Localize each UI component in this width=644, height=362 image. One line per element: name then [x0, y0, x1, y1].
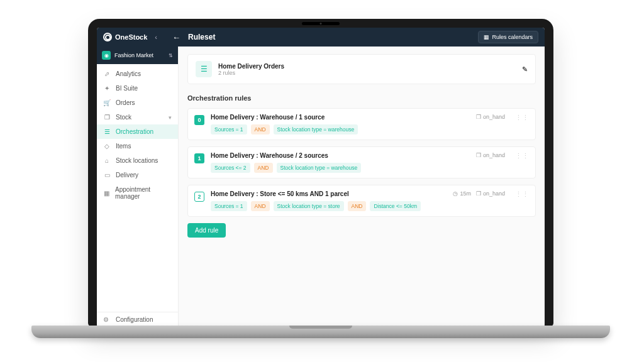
- drag-handle-icon[interactable]: ⋮⋮: [511, 190, 529, 199]
- ruleset-subtitle: 2 rules: [218, 70, 516, 76]
- condition-operator: AND: [254, 163, 273, 173]
- ruleset-title: Home Delivery Orders: [218, 63, 516, 70]
- rule-body: Home Delivery : Store <= 50 kms AND 1 pa…: [211, 190, 447, 211]
- selector-arrows-icon: ⇅: [169, 53, 173, 58]
- calendar-icon: ▦: [103, 190, 110, 197]
- tenant-name: Fashion Market: [114, 52, 165, 58]
- condition-operator: AND: [251, 201, 270, 211]
- sidebar-item-label: Appointment manager: [115, 186, 172, 200]
- rule-body: Home Delivery : Warehouse / 2 sourcesSou…: [211, 152, 470, 173]
- sidebar-item-appointment-manager[interactable]: ▦Appointment manager: [97, 182, 178, 204]
- ruleset-icon: ☰: [196, 61, 212, 77]
- brand-name: OneStock: [115, 33, 147, 41]
- cart-icon: 🛒: [103, 99, 111, 106]
- sidebar-item-label: Orders: [116, 99, 135, 106]
- main-content: ☰ Home Delivery Orders 2 rules ✎ Orchest…: [179, 47, 545, 327]
- meta-text: 15m: [460, 190, 471, 197]
- store-icon: ⌂: [103, 157, 111, 164]
- sidebar-item-orchestration[interactable]: ☰Orchestration: [97, 124, 178, 139]
- sidebar-item-orders[interactable]: 🛒Orders: [97, 96, 178, 110]
- meta-item: ❒on_hand: [476, 114, 505, 120]
- meta-text: on_hand: [483, 114, 505, 120]
- rule-meta: ❒on_hand: [476, 152, 505, 158]
- sidebar-item-label: Stock: [116, 114, 131, 121]
- rule-meta: ◷15m❒on_hand: [453, 190, 505, 197]
- tag-icon: ◇: [103, 143, 111, 150]
- cube-icon: ❒: [476, 152, 481, 158]
- rule-card[interactable]: 2Home Delivery : Store <= 50 kms AND 1 p…: [187, 185, 536, 217]
- sidebar-item-delivery[interactable]: ▭Delivery: [97, 168, 178, 182]
- rule-card[interactable]: 1Home Delivery : Warehouse / 2 sourcesSo…: [187, 146, 536, 178]
- settings-icon: ⚙: [103, 316, 111, 323]
- sidebar-item-bi-suite[interactable]: ✦BI Suite: [97, 81, 178, 96]
- cube-icon: ❒: [476, 190, 481, 197]
- tenant-selector[interactable]: ◉ Fashion Market ⇅: [97, 47, 178, 64]
- condition-tag: Stock location type = warehouse: [277, 163, 362, 173]
- analytics-icon: ⬀: [103, 70, 111, 77]
- rule-card[interactable]: 0Home Delivery : Warehouse / 1 sourceSou…: [187, 108, 536, 140]
- rules-calendars-label: Rules calendars: [492, 34, 533, 40]
- rule-conditions: Sources = 1ANDStock location type = stor…: [211, 201, 447, 211]
- rule-index: 2: [194, 192, 204, 202]
- condition-tag: Distance <= 50km: [370, 201, 421, 211]
- sidebar-item-analytics[interactable]: ⬀Analytics: [97, 67, 178, 81]
- sidebar-item-label: Stock locations: [116, 157, 158, 164]
- sidebar: ◉ Fashion Market ⇅ ⬀Analytics✦BI Suite🛒O…: [97, 47, 179, 327]
- add-rule-button[interactable]: Add rule: [187, 223, 226, 238]
- rule-title: Home Delivery : Warehouse / 2 sources: [211, 152, 470, 159]
- rule-index: 0: [194, 115, 204, 125]
- sidebar-item-stock-locations[interactable]: ⌂Stock locations: [97, 153, 178, 168]
- rule-title: Home Delivery : Store <= 50 kms AND 1 pa…: [211, 190, 447, 197]
- sidebar-item-label: Orchestration: [116, 128, 153, 135]
- sidebar-item-configuration[interactable]: ⚙ Configuration: [97, 312, 178, 327]
- meta-item: ❒on_hand: [476, 152, 505, 158]
- condition-operator: AND: [348, 201, 367, 211]
- rule-meta: ❒on_hand: [476, 114, 505, 120]
- chevron-down-icon: ▾: [169, 114, 172, 121]
- sidebar-item-label: Analytics: [116, 70, 141, 77]
- chart-icon: ✦: [103, 85, 111, 92]
- truck-icon: ▭: [103, 172, 111, 178]
- drag-handle-icon[interactable]: ⋮⋮: [511, 114, 529, 122]
- meta-text: on_hand: [483, 190, 505, 197]
- page-title: Ruleset: [188, 33, 215, 41]
- condition-tag: Sources = 1: [211, 201, 247, 211]
- calendar-icon: ▦: [484, 34, 489, 40]
- rule-body: Home Delivery : Warehouse / 1 sourceSour…: [211, 114, 470, 134]
- condition-operator: AND: [251, 124, 270, 134]
- rule-title: Home Delivery : Warehouse / 1 source: [211, 114, 470, 121]
- section-title: Orchestration rules: [187, 94, 536, 102]
- rule-index: 1: [194, 153, 204, 163]
- cube-icon: ❒: [103, 114, 111, 121]
- edit-ruleset-button[interactable]: ✎: [522, 65, 528, 74]
- ruleset-header: ☰ Home Delivery Orders 2 rules ✎: [187, 54, 536, 84]
- condition-tag: Sources <= 2: [211, 163, 250, 173]
- tenant-icon: ◉: [102, 51, 111, 60]
- condition-tag: Stock location type = warehouse: [274, 124, 358, 134]
- sidebar-collapse-button[interactable]: ‹: [155, 33, 157, 41]
- brand-logo[interactable]: OneStock: [103, 33, 147, 41]
- configuration-label: Configuration: [116, 316, 153, 323]
- sidebar-item-label: Items: [116, 143, 131, 150]
- list-icon: ☰: [103, 128, 111, 135]
- sidebar-item-label: Delivery: [116, 172, 138, 178]
- rule-conditions: Sources <= 2ANDStock location type = war…: [211, 163, 470, 173]
- sidebar-item-label: BI Suite: [116, 85, 138, 92]
- back-button[interactable]: ←: [172, 33, 180, 42]
- condition-tag: Stock location type = store: [274, 201, 344, 211]
- drag-handle-icon[interactable]: ⋮⋮: [511, 152, 529, 160]
- sidebar-item-stock[interactable]: ❒Stock▾: [97, 110, 178, 124]
- sidebar-item-items[interactable]: ◇Items: [97, 139, 178, 153]
- sidebar-nav: ⬀Analytics✦BI Suite🛒Orders❒Stock▾☰Orches…: [97, 64, 178, 312]
- cube-icon: ❒: [476, 114, 481, 120]
- meta-text: on_hand: [483, 152, 505, 158]
- rule-conditions: Sources = 1ANDStock location type = ware…: [211, 124, 470, 134]
- meta-item: ❒on_hand: [476, 190, 505, 197]
- brand-icon: [103, 33, 112, 41]
- clock-icon: ◷: [453, 190, 458, 197]
- rules-calendars-button[interactable]: ▦ Rules calendars: [478, 31, 538, 43]
- top-bar: OneStock ‹ ← Ruleset ▦ Rules calendars: [97, 28, 545, 47]
- condition-tag: Sources = 1: [211, 124, 247, 134]
- meta-item: ◷15m: [453, 190, 471, 197]
